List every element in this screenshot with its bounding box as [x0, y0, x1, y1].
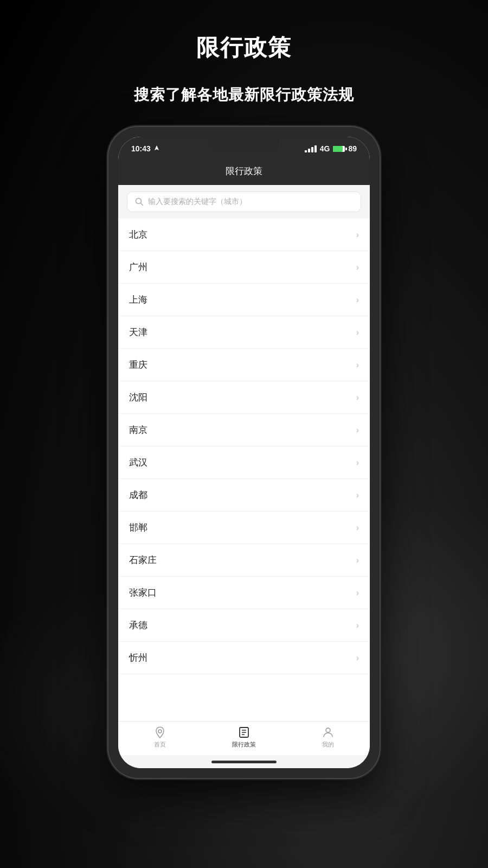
city-name: 北京	[129, 228, 147, 241]
list-item[interactable]: 承德 ›	[118, 609, 370, 642]
list-item[interactable]: 沈阳 ›	[118, 381, 370, 414]
city-name: 上海	[129, 293, 147, 306]
page-title: 限行政策	[196, 33, 292, 63]
battery-level: 89	[348, 144, 357, 153]
phone-screen: 10:43 4G 89 限行政策	[118, 137, 370, 768]
tab-policy-label: 限行政策	[232, 741, 256, 749]
tab-policy[interactable]: 限行政策	[202, 726, 286, 749]
city-list: 北京 › 广州 › 上海 › 天津 › 重庆 ›	[118, 219, 370, 721]
city-name: 忻州	[129, 652, 147, 664]
chevron-right-icon: ›	[356, 230, 359, 240]
chevron-right-icon: ›	[356, 490, 359, 500]
notch	[209, 137, 279, 150]
bottom-tab-bar: 首页 限行政策 我的	[118, 721, 370, 755]
chevron-right-icon: ›	[356, 360, 359, 370]
city-name: 成都	[129, 489, 147, 501]
profile-icon	[322, 726, 335, 739]
chevron-right-icon: ›	[356, 425, 359, 435]
time-display: 10:43	[131, 144, 151, 153]
page-subtitle: 搜索了解各地最新限行政策法规	[134, 85, 354, 105]
chevron-right-icon: ›	[356, 295, 359, 305]
city-name: 重庆	[129, 359, 147, 371]
search-icon	[135, 197, 144, 206]
tab-profile-label: 我的	[322, 741, 334, 749]
chevron-right-icon: ›	[356, 328, 359, 337]
location-arrow-icon	[154, 145, 159, 152]
nav-bar: 限行政策	[118, 158, 370, 185]
list-item[interactable]: 邯郸 ›	[118, 512, 370, 544]
home-indicator	[118, 755, 370, 768]
battery-icon	[333, 146, 345, 152]
home-icon	[153, 726, 166, 739]
list-item[interactable]: 天津 ›	[118, 316, 370, 349]
chevron-right-icon: ›	[356, 458, 359, 468]
home-bar	[211, 761, 277, 763]
svg-line-1	[141, 203, 143, 206]
city-name: 南京	[129, 424, 147, 436]
list-item[interactable]: 南京 ›	[118, 414, 370, 446]
book-icon	[237, 726, 251, 739]
tab-home[interactable]: 首页	[118, 726, 202, 749]
search-placeholder: 输入要搜索的关键字（城市）	[148, 197, 247, 207]
signal-strength-icon	[305, 145, 317, 152]
network-type: 4G	[320, 144, 330, 153]
list-item[interactable]: 武汉 ›	[118, 446, 370, 479]
chevron-right-icon: ›	[356, 523, 359, 533]
list-item[interactable]: 石家庄 ›	[118, 544, 370, 577]
city-name: 石家庄	[129, 554, 157, 566]
chevron-right-icon: ›	[356, 588, 359, 598]
chevron-right-icon: ›	[356, 653, 359, 663]
tab-home-label: 首页	[154, 741, 166, 749]
city-name: 沈阳	[129, 391, 147, 404]
list-item[interactable]: 张家口 ›	[118, 577, 370, 609]
list-item[interactable]: 重庆 ›	[118, 349, 370, 381]
chevron-right-icon: ›	[356, 393, 359, 403]
search-container: 输入要搜索的关键字（城市）	[118, 185, 370, 219]
city-name: 张家口	[129, 586, 157, 599]
svg-point-2	[158, 730, 162, 733]
list-item[interactable]: 成都 ›	[118, 479, 370, 512]
city-name: 天津	[129, 326, 147, 339]
phone-frame: 10:43 4G 89 限行政策	[108, 127, 380, 778]
city-name: 武汉	[129, 456, 147, 469]
search-box[interactable]: 输入要搜索的关键字（城市）	[127, 192, 361, 212]
tab-profile[interactable]: 我的	[286, 726, 370, 749]
chevron-right-icon: ›	[356, 621, 359, 630]
list-item[interactable]: 广州 ›	[118, 251, 370, 284]
nav-title: 限行政策	[226, 166, 262, 176]
list-item[interactable]: 上海 ›	[118, 284, 370, 316]
chevron-right-icon: ›	[356, 556, 359, 565]
city-name: 承德	[129, 619, 147, 631]
city-name: 广州	[129, 261, 147, 273]
chevron-right-icon: ›	[356, 263, 359, 272]
svg-point-7	[326, 728, 330, 732]
list-item[interactable]: 北京 ›	[118, 219, 370, 251]
list-item[interactable]: 忻州 ›	[118, 642, 370, 674]
city-name: 邯郸	[129, 521, 147, 534]
